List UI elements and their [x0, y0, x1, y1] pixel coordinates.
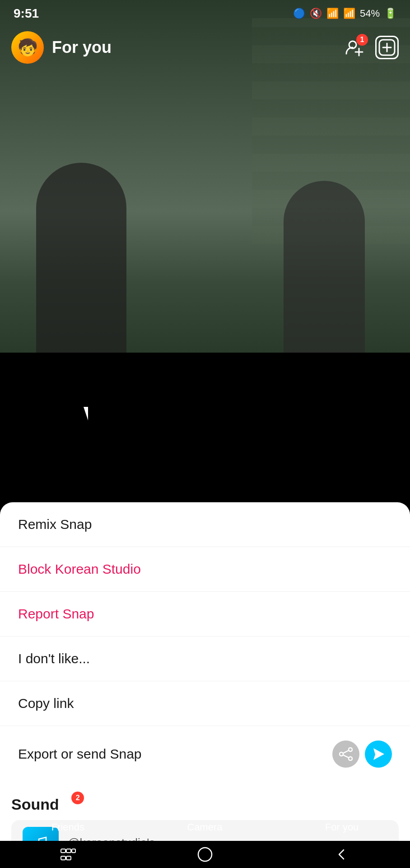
friends-icon-wrap: 2	[56, 794, 79, 818]
status-time: 9:51	[14, 6, 39, 21]
svg-line-10	[343, 755, 349, 758]
svg-point-16	[200, 803, 209, 811]
page-title: For you	[52, 38, 112, 57]
svg-rect-18	[61, 849, 65, 853]
dont-like-item[interactable]: I don't like...	[0, 637, 410, 681]
header-right: 1	[343, 36, 399, 59]
export-icons	[332, 741, 392, 768]
home-circle-icon	[197, 846, 213, 863]
friends-label: Friends	[51, 821, 84, 833]
camera-label: Camera	[187, 821, 222, 833]
nav-item-friends[interactable]: 2 Friends	[51, 794, 84, 833]
wifi-icon: 📶	[326, 8, 339, 19]
svg-point-7	[340, 752, 343, 756]
remix-snap-item[interactable]: Remix Snap	[0, 502, 410, 547]
svg-line-9	[343, 750, 349, 753]
copy-link-item[interactable]: Copy link	[0, 681, 410, 726]
svg-point-8	[349, 757, 352, 760]
share-icon	[339, 747, 353, 761]
avatar[interactable]: 🧒	[11, 31, 44, 64]
battery-icon: 🔋	[384, 8, 396, 19]
bottom-navigation: 2 Friends Camera For you	[0, 787, 410, 841]
report-snap-item[interactable]: Report Snap	[0, 592, 410, 637]
svg-rect-19	[66, 849, 71, 853]
svg-rect-21	[61, 856, 65, 860]
send-icon	[372, 747, 385, 761]
camera-icon-wrap	[193, 794, 216, 818]
send-button[interactable]	[365, 741, 392, 768]
recents-button[interactable]	[55, 845, 82, 863]
svg-rect-22	[66, 856, 71, 860]
add-content-button[interactable]	[375, 36, 399, 59]
cursor	[84, 407, 94, 421]
status-icons: 🔵 🔇 📶 📶 54% 🔋	[293, 8, 396, 19]
system-nav-bar	[0, 841, 410, 868]
context-menu-sheet: Remix Snap Block Korean Studio Report Sn…	[0, 502, 410, 787]
camera-icon	[193, 794, 216, 818]
header-left: 🧒 For you	[11, 31, 112, 64]
svg-point-6	[349, 748, 352, 751]
svg-rect-15	[195, 800, 214, 814]
top-header: 🧒 For you 1	[0, 27, 410, 68]
svg-marker-17	[336, 798, 350, 814]
foryou-icon-wrap	[330, 794, 354, 818]
play-icon	[331, 795, 353, 817]
share-button[interactable]	[332, 741, 359, 768]
signal-icon: 📶	[343, 8, 355, 19]
back-button[interactable]	[328, 845, 355, 863]
block-studio-item[interactable]: Block Korean Studio	[0, 547, 410, 592]
add-friend-button[interactable]: 1	[343, 36, 366, 59]
svg-point-23	[198, 848, 212, 861]
svg-rect-20	[72, 849, 75, 853]
home-button[interactable]	[191, 845, 219, 863]
export-send-item[interactable]: Export or send Snap	[0, 726, 410, 782]
foryou-label: For you	[325, 821, 359, 833]
friends-badge: 2	[71, 792, 84, 804]
back-icon	[335, 848, 348, 861]
svg-marker-11	[373, 748, 384, 760]
bluetooth-icon: 🔵	[293, 8, 305, 19]
nav-item-camera[interactable]: Camera	[187, 794, 222, 833]
recents-icon	[60, 848, 76, 861]
nav-item-foryou[interactable]: For you	[325, 794, 359, 833]
status-bar: 9:51 🔵 🔇 📶 📶 54% 🔋	[0, 0, 410, 27]
plus-icon	[378, 39, 396, 56]
battery-text: 54%	[360, 8, 380, 19]
notification-badge: 1	[356, 34, 368, 46]
mute-icon: 🔇	[310, 8, 322, 19]
